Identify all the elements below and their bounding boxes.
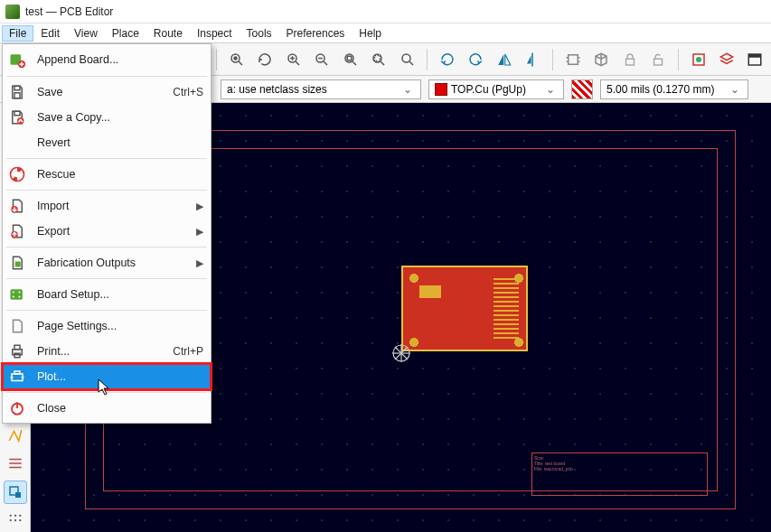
flip-h-icon[interactable] (492, 47, 516, 72)
menu-divider (6, 247, 207, 247)
svg-line-17 (409, 61, 413, 65)
pcb-board[interactable] (401, 266, 528, 351)
3d-icon[interactable] (589, 47, 614, 72)
zoom-selection-icon[interactable] (366, 47, 390, 72)
menu-fabrication[interactable]: Fabrication Outputs ▶ (3, 250, 211, 275)
menu-place[interactable]: Place (105, 25, 146, 42)
toolbar-separator (427, 49, 428, 70)
menu-shortcut: Ctrl+P (173, 345, 203, 358)
menu-save[interactable]: Save Ctrl+S (3, 79, 211, 105)
ratsnest-icon[interactable] (4, 424, 27, 446)
menu-divider (6, 310, 207, 311)
menu-file[interactable]: File (2, 25, 33, 42)
menu-label: Revert (37, 136, 203, 149)
find-icon[interactable] (224, 47, 249, 72)
footprint-icon[interactable] (560, 47, 585, 72)
rotate-ccw-icon[interactable] (435, 47, 459, 72)
svg-line-4 (296, 61, 299, 65)
svg-point-2 (234, 57, 237, 60)
track-width-combo[interactable]: a: use netclass sizes ⌄ (221, 79, 421, 99)
svg-rect-62 (15, 262, 21, 267)
svg-rect-12 (347, 56, 352, 61)
zoom-fit-icon[interactable] (338, 47, 362, 72)
submenu-arrow-icon: ▶ (194, 226, 203, 238)
svg-point-39 (9, 515, 11, 517)
menu-inspect[interactable]: Inspect (190, 25, 240, 42)
menu-save-copy[interactable]: Save a Copy... (3, 105, 211, 130)
file-menu-dropdown: Append Board... Save Ctrl+S Save a Copy.… (2, 43, 212, 424)
menu-label: Fabrication Outputs (37, 257, 185, 269)
menu-edit[interactable]: Edit (33, 25, 67, 42)
menu-board-setup[interactable]: Board Setup... (3, 282, 211, 307)
svg-rect-56 (14, 111, 20, 116)
script-icon[interactable] (743, 47, 767, 72)
menu-close[interactable]: Close (3, 396, 211, 421)
svg-rect-71 (12, 374, 23, 381)
menu-help[interactable]: Help (352, 25, 389, 42)
menu-plot[interactable]: Plot... (3, 364, 211, 389)
rotate-cw-icon[interactable] (464, 47, 488, 72)
svg-point-10 (345, 54, 353, 62)
title-block: Size: Title: test board File: test.kicad… (531, 453, 708, 496)
zoom-in-icon[interactable] (281, 47, 306, 72)
zoom-out-icon[interactable] (310, 47, 334, 72)
menu-divider (6, 76, 207, 77)
track-width-value: a: use netclass sizes (227, 83, 327, 96)
grid-value: 5.00 mils (0.1270 mm) (606, 83, 714, 96)
menu-export[interactable]: Export ▶ (3, 219, 211, 244)
grid-dots-icon[interactable] (4, 509, 27, 532)
board-setup-icon (6, 284, 28, 305)
submenu-arrow-icon: ▶ (194, 257, 203, 269)
unlock-icon[interactable] (645, 47, 670, 72)
flip-v-icon[interactable] (521, 47, 545, 72)
menu-rescue[interactable]: Rescue (3, 162, 211, 187)
lock-icon[interactable] (617, 47, 642, 72)
svg-point-30 (696, 57, 701, 62)
board-component (419, 285, 441, 298)
menu-label: Rescue (37, 168, 203, 181)
svg-rect-28 (654, 59, 663, 65)
menu-page-settings[interactable]: Page Settings... (3, 313, 211, 339)
svg-rect-33 (749, 54, 762, 58)
svg-marker-31 (720, 53, 733, 61)
menu-revert[interactable]: Revert (3, 130, 211, 155)
menu-label: Print... (37, 345, 164, 358)
menu-append-board[interactable]: Append Board... (3, 46, 211, 73)
grid-combo[interactable]: 5.00 mils (0.1270 mm) ⌄ (600, 79, 748, 99)
menu-label: Append Board... (37, 53, 203, 66)
menu-print[interactable]: Print... Ctrl+P (3, 339, 211, 364)
menu-label: Close (37, 402, 203, 415)
layers-icon[interactable] (714, 47, 738, 72)
svg-point-43 (14, 519, 15, 521)
chevron-down-icon: ⌄ (728, 83, 742, 96)
export-icon (6, 220, 28, 242)
svg-point-59 (14, 172, 21, 178)
menu-label: Import (37, 200, 185, 212)
board-pads (494, 278, 519, 339)
svg-rect-55 (14, 93, 20, 98)
zoom-redraw-icon[interactable] (395, 47, 419, 72)
svg-rect-15 (375, 55, 381, 61)
menu-preferences[interactable]: Preferences (279, 25, 353, 42)
layer-combo[interactable]: TOP.Cu (PgUp) ⌄ (428, 79, 564, 99)
submenu-arrow-icon: ▶ (194, 201, 203, 212)
menu-label: Export (37, 225, 185, 238)
menu-route[interactable]: Route (146, 25, 190, 42)
app-icon (5, 5, 20, 19)
menu-shortcut: Ctrl+S (173, 86, 203, 98)
menu-view[interactable]: View (67, 25, 105, 42)
refresh-icon[interactable] (253, 47, 277, 72)
import-icon (6, 195, 28, 217)
svg-rect-72 (14, 371, 20, 374)
menu-import[interactable]: Import ▶ (3, 193, 211, 219)
svg-point-65 (13, 296, 14, 298)
lines-icon[interactable] (4, 453, 27, 475)
svg-point-64 (13, 292, 14, 294)
zone-hatch-icon[interactable] (571, 79, 593, 99)
page-settings-icon (6, 315, 28, 337)
menu-tools[interactable]: Tools (240, 25, 279, 42)
svg-point-40 (14, 515, 15, 517)
select-tool-icon[interactable] (4, 481, 27, 504)
svg-rect-69 (14, 345, 20, 350)
drc-icon[interactable] (686, 47, 710, 72)
